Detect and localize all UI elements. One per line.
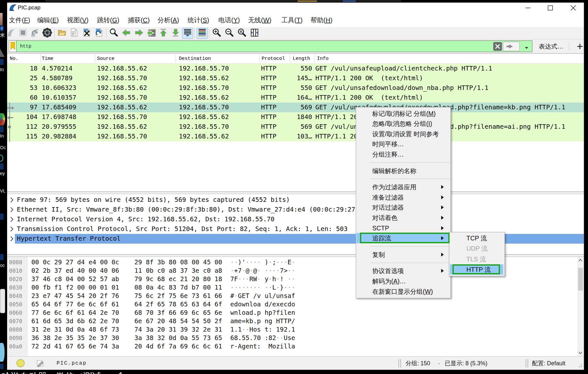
toolbar-zoom-out-button[interactable] — [224, 28, 235, 39]
hex-row[interactable]: 00a0 72 2d 41 67 65 6e 74 3a 20 4d 6f 7a… — [7, 342, 584, 351]
toolbar-start-capture-button[interactable] — [5, 28, 16, 39]
menubar-item-analyze[interactable]: 分析(A) — [155, 13, 182, 27]
column-separator[interactable] — [40, 55, 41, 63]
toolbar-zoom-in-button[interactable] — [211, 28, 222, 39]
packet-row[interactable]: 18 4.570214 192.168.55.62 192.168.55.70 … — [7, 64, 584, 73]
toolbar-go-back-button[interactable] — [121, 28, 132, 39]
toolbar-resize-columns-button[interactable] — [249, 28, 260, 39]
toolbar-zoom-original-button[interactable] — [236, 28, 247, 39]
context-menu-item[interactable]: 分组注释… — [356, 149, 451, 160]
capture-comment-button[interactable] — [36, 359, 45, 368]
toolbar-find-packet-button[interactable] — [108, 28, 119, 39]
packet-row[interactable]: 115 20.982884 192.168.55.70 192.168.55.6… — [7, 132, 584, 141]
column-header[interactable]: Time — [42, 54, 53, 64]
menubar-item-edit[interactable]: 编辑(E) — [34, 13, 62, 27]
hex-scrollbar[interactable] — [577, 257, 583, 356]
toolbar-capture-options-button[interactable] — [42, 28, 53, 39]
close-button[interactable] — [566, 3, 581, 13]
column-header[interactable]: No. — [10, 54, 18, 64]
packet-row[interactable]: 104 17.698748 192.168.55.70 192.168.55.6… — [7, 112, 584, 122]
context-menu-item[interactable]: 对话过滤器 — [356, 202, 451, 213]
context-menu-item[interactable]: 复制 — [356, 249, 451, 260]
menubar-item-capture[interactable]: 捕获(C) — [125, 13, 153, 27]
context-menu-item[interactable]: 准备过滤器 — [356, 192, 451, 203]
toolbar-go-to-packet-button[interactable] — [146, 28, 157, 39]
column-header[interactable]: Destination — [179, 54, 211, 64]
expand-chevron-icon[interactable] — [9, 216, 14, 223]
hex-row[interactable]: 0060 77 6e 6c 6f 61 64 2e 70 68 70 3f 66… — [7, 309, 584, 317]
context-menu-item[interactable]: 标记/取消标记 分组(M) — [356, 108, 451, 119]
filter-clear-button[interactable] — [493, 42, 502, 51]
minimize-button[interactable] — [520, 3, 535, 13]
details-row[interactable]: Frame 97: 569 bytes on wire (4552 bits),… — [7, 195, 584, 205]
hex-row[interactable]: 0050 65 64 6f 77 6e 6c 6f 61 64 2f 65 78… — [7, 300, 584, 309]
column-separator[interactable] — [290, 55, 290, 63]
context-menu-item[interactable]: 解码为(A)… — [356, 276, 451, 286]
expand-chevron-icon[interactable] — [9, 197, 14, 203]
scroll-down-icon[interactable] — [578, 351, 583, 354]
filter-add-button[interactable] — [574, 39, 586, 53]
submenu-item[interactable]: TLS 流 — [450, 254, 503, 264]
filter-dropdown-caret[interactable] — [524, 45, 529, 50]
menubar-item-statistics[interactable]: 统计(S) — [185, 13, 212, 27]
expand-chevron-icon[interactable] — [9, 236, 14, 242]
display-filter-input[interactable]: http — [20, 41, 489, 52]
scrollbar-thumb[interactable] — [578, 268, 583, 291]
context-menu-item[interactable]: 作为过滤器应用 — [356, 182, 451, 192]
toolbar-go-last-button[interactable] — [170, 28, 181, 39]
column-separator[interactable] — [314, 55, 314, 63]
column-header[interactable]: Length — [293, 54, 310, 64]
toolbar-reload-file-button[interactable] — [93, 28, 104, 39]
toolbar-go-first-button[interactable] — [158, 28, 169, 39]
hex-row[interactable]: 0030 00 fb f1 f2 00 00 01 01 08 0a 4c 83… — [7, 283, 584, 292]
column-separator[interactable] — [259, 55, 260, 63]
expression-button[interactable]: 表达式… — [539, 39, 563, 53]
scroll-up-icon[interactable] — [578, 259, 583, 262]
menubar-item-tools[interactable]: 工具(T) — [278, 13, 306, 27]
filter-apply-button[interactable] — [503, 42, 520, 51]
expert-info-button[interactable] — [16, 359, 25, 367]
context-menu-item[interactable]: 协议首选项 — [356, 266, 451, 276]
column-separator[interactable] — [176, 55, 176, 63]
context-menu-item[interactable]: 编辑解析的名称 — [356, 166, 451, 176]
submenu-item[interactable]: TCP 流 — [450, 233, 503, 243]
menubar-item-go[interactable]: 跳转(G) — [94, 13, 122, 27]
menubar-item-wireless[interactable]: 无线(W) — [245, 13, 274, 27]
menubar-item-view[interactable]: 视图(V) — [64, 13, 92, 27]
menubar-item-telephony[interactable]: 电话(Y) — [215, 13, 243, 27]
expand-chevron-icon[interactable] — [9, 206, 14, 213]
submenu-item[interactable]: UDP 流 — [450, 243, 503, 254]
hex-row[interactable]: 0080 31 2e 31 0d 0a 48 6f 73 74 3a 20 31… — [7, 325, 584, 334]
toolbar-auto-scroll-button[interactable] — [182, 28, 193, 39]
column-header[interactable]: Info — [317, 54, 329, 64]
toolbar-open-file-button[interactable] — [56, 28, 67, 39]
packet-row[interactable]: 53 10.606323 192.168.55.62 192.168.55.70… — [7, 83, 584, 93]
hex-row[interactable]: 0040 23 e7 47 45 54 20 2f 76 75 6c 2f 75… — [7, 292, 584, 300]
details-row[interactable]: Internet Protocol Version 4, Src: 192.16… — [7, 214, 584, 224]
context-menu-item[interactable]: 设置/取消设置 时间参考 — [356, 129, 451, 139]
filter-bookmark-button[interactable] — [9, 41, 16, 52]
display-filter-input-box[interactable]: http — [9, 40, 532, 52]
details-row[interactable]: Ethernet II, Src: Vmware_8f:3b:80 (00:0c… — [7, 205, 584, 214]
menubar-item-help[interactable]: 帮助(H) — [308, 13, 335, 27]
menubar-item-file[interactable]: 文件(F) — [6, 13, 33, 27]
hex-row[interactable]: 0070 61 6d 65 3d 6b 62 2e 70 6e 67 20 48… — [7, 317, 584, 325]
packet-row[interactable]: 97 17.685409 192.168.55.62 192.168.55.70… — [7, 103, 584, 112]
context-menu-item[interactable]: 忽略/取消忽略 分组(I) — [356, 118, 451, 129]
splitter[interactable] — [7, 192, 584, 192]
context-menu-item[interactable]: SCTP — [356, 223, 451, 233]
expand-chevron-icon[interactable] — [9, 226, 14, 232]
toolbar-go-forward-button[interactable] — [133, 28, 144, 39]
toolbar-restart-capture-button[interactable] — [29, 28, 40, 39]
toolbar-save-file-button[interactable]: 010101100111 — [69, 28, 80, 39]
toolbar-close-file-button[interactable] — [81, 28, 92, 39]
column-header[interactable]: Protocol — [262, 54, 285, 64]
context-menu-item[interactable]: 对话着色 — [356, 213, 451, 223]
column-separator[interactable] — [95, 55, 95, 63]
column-header[interactable]: Source — [97, 54, 114, 64]
toolbar-colorize-button[interactable] — [197, 28, 208, 39]
context-menu-item[interactable]: 在新窗口显示分组(W) — [356, 286, 451, 297]
hex-row[interactable]: 0090 36 38 2e 35 35 2e 37 30 3a 38 32 0d… — [7, 334, 584, 342]
packet-row[interactable]: 25 4.580789 192.168.55.70 192.168.55.62 … — [7, 73, 584, 83]
maximize-button[interactable] — [543, 3, 558, 13]
